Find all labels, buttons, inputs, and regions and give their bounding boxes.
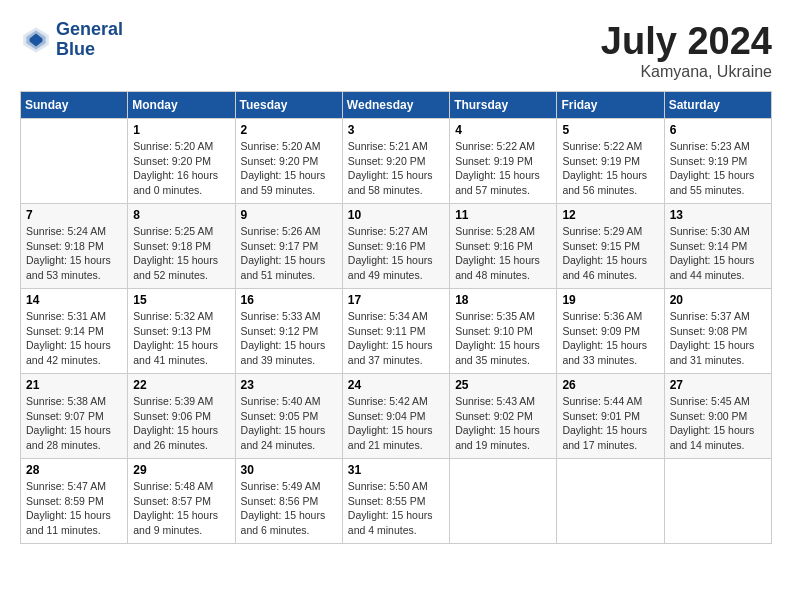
day-number: 29 [133,463,229,477]
day-number: 15 [133,293,229,307]
day-info: Sunrise: 5:38 AMSunset: 9:07 PMDaylight:… [26,394,122,453]
calendar-cell: 18Sunrise: 5:35 AMSunset: 9:10 PMDayligh… [450,289,557,374]
main-title: July 2024 [601,20,772,63]
day-info: Sunrise: 5:30 AMSunset: 9:14 PMDaylight:… [670,224,766,283]
calendar-cell: 22Sunrise: 5:39 AMSunset: 9:06 PMDayligh… [128,374,235,459]
calendar-cell [21,119,128,204]
day-number: 26 [562,378,658,392]
calendar-cell: 17Sunrise: 5:34 AMSunset: 9:11 PMDayligh… [342,289,449,374]
calendar-cell: 31Sunrise: 5:50 AMSunset: 8:55 PMDayligh… [342,459,449,544]
day-info: Sunrise: 5:43 AMSunset: 9:02 PMDaylight:… [455,394,551,453]
day-info: Sunrise: 5:28 AMSunset: 9:16 PMDaylight:… [455,224,551,283]
day-info: Sunrise: 5:48 AMSunset: 8:57 PMDaylight:… [133,479,229,538]
day-number: 16 [241,293,337,307]
calendar-cell [450,459,557,544]
calendar-cell: 28Sunrise: 5:47 AMSunset: 8:59 PMDayligh… [21,459,128,544]
calendar-cell: 7Sunrise: 5:24 AMSunset: 9:18 PMDaylight… [21,204,128,289]
calendar-cell: 14Sunrise: 5:31 AMSunset: 9:14 PMDayligh… [21,289,128,374]
day-number: 6 [670,123,766,137]
day-info: Sunrise: 5:45 AMSunset: 9:00 PMDaylight:… [670,394,766,453]
day-number: 12 [562,208,658,222]
subtitle: Kamyana, Ukraine [601,63,772,81]
calendar-week-row: 1Sunrise: 5:20 AMSunset: 9:20 PMDaylight… [21,119,772,204]
logo-text: General Blue [56,20,123,60]
day-number: 1 [133,123,229,137]
day-info: Sunrise: 5:26 AMSunset: 9:17 PMDaylight:… [241,224,337,283]
weekday-header: Saturday [664,92,771,119]
calendar-cell: 20Sunrise: 5:37 AMSunset: 9:08 PMDayligh… [664,289,771,374]
logo: General Blue [20,20,123,60]
day-number: 8 [133,208,229,222]
day-number: 2 [241,123,337,137]
day-number: 30 [241,463,337,477]
calendar-cell: 23Sunrise: 5:40 AMSunset: 9:05 PMDayligh… [235,374,342,459]
calendar-week-row: 14Sunrise: 5:31 AMSunset: 9:14 PMDayligh… [21,289,772,374]
weekday-header: Thursday [450,92,557,119]
day-info: Sunrise: 5:34 AMSunset: 9:11 PMDaylight:… [348,309,444,368]
calendar-table: SundayMondayTuesdayWednesdayThursdayFrid… [20,91,772,544]
day-number: 10 [348,208,444,222]
day-number: 17 [348,293,444,307]
calendar-cell: 11Sunrise: 5:28 AMSunset: 9:16 PMDayligh… [450,204,557,289]
day-info: Sunrise: 5:29 AMSunset: 9:15 PMDaylight:… [562,224,658,283]
day-info: Sunrise: 5:37 AMSunset: 9:08 PMDaylight:… [670,309,766,368]
day-info: Sunrise: 5:49 AMSunset: 8:56 PMDaylight:… [241,479,337,538]
day-info: Sunrise: 5:21 AMSunset: 9:20 PMDaylight:… [348,139,444,198]
day-info: Sunrise: 5:44 AMSunset: 9:01 PMDaylight:… [562,394,658,453]
weekday-header: Tuesday [235,92,342,119]
day-info: Sunrise: 5:20 AMSunset: 9:20 PMDaylight:… [241,139,337,198]
day-number: 20 [670,293,766,307]
day-number: 23 [241,378,337,392]
day-number: 11 [455,208,551,222]
day-number: 13 [670,208,766,222]
day-info: Sunrise: 5:36 AMSunset: 9:09 PMDaylight:… [562,309,658,368]
day-number: 27 [670,378,766,392]
day-number: 31 [348,463,444,477]
calendar-week-row: 7Sunrise: 5:24 AMSunset: 9:18 PMDaylight… [21,204,772,289]
day-info: Sunrise: 5:23 AMSunset: 9:19 PMDaylight:… [670,139,766,198]
calendar-cell: 30Sunrise: 5:49 AMSunset: 8:56 PMDayligh… [235,459,342,544]
day-info: Sunrise: 5:35 AMSunset: 9:10 PMDaylight:… [455,309,551,368]
page-header: General Blue July 2024 Kamyana, Ukraine [20,20,772,81]
day-info: Sunrise: 5:39 AMSunset: 9:06 PMDaylight:… [133,394,229,453]
day-number: 18 [455,293,551,307]
day-info: Sunrise: 5:27 AMSunset: 9:16 PMDaylight:… [348,224,444,283]
calendar-cell: 6Sunrise: 5:23 AMSunset: 9:19 PMDaylight… [664,119,771,204]
calendar-cell: 19Sunrise: 5:36 AMSunset: 9:09 PMDayligh… [557,289,664,374]
day-info: Sunrise: 5:22 AMSunset: 9:19 PMDaylight:… [562,139,658,198]
day-info: Sunrise: 5:42 AMSunset: 9:04 PMDaylight:… [348,394,444,453]
calendar-cell: 25Sunrise: 5:43 AMSunset: 9:02 PMDayligh… [450,374,557,459]
calendar-week-row: 28Sunrise: 5:47 AMSunset: 8:59 PMDayligh… [21,459,772,544]
day-number: 3 [348,123,444,137]
day-number: 9 [241,208,337,222]
calendar-cell: 10Sunrise: 5:27 AMSunset: 9:16 PMDayligh… [342,204,449,289]
weekday-header: Sunday [21,92,128,119]
calendar-cell: 12Sunrise: 5:29 AMSunset: 9:15 PMDayligh… [557,204,664,289]
calendar-cell [557,459,664,544]
day-info: Sunrise: 5:31 AMSunset: 9:14 PMDaylight:… [26,309,122,368]
day-number: 28 [26,463,122,477]
calendar-cell: 24Sunrise: 5:42 AMSunset: 9:04 PMDayligh… [342,374,449,459]
day-number: 14 [26,293,122,307]
weekday-header: Monday [128,92,235,119]
day-info: Sunrise: 5:50 AMSunset: 8:55 PMDaylight:… [348,479,444,538]
calendar-cell: 27Sunrise: 5:45 AMSunset: 9:00 PMDayligh… [664,374,771,459]
title-block: July 2024 Kamyana, Ukraine [601,20,772,81]
day-info: Sunrise: 5:25 AMSunset: 9:18 PMDaylight:… [133,224,229,283]
calendar-cell: 13Sunrise: 5:30 AMSunset: 9:14 PMDayligh… [664,204,771,289]
day-info: Sunrise: 5:32 AMSunset: 9:13 PMDaylight:… [133,309,229,368]
calendar-cell: 16Sunrise: 5:33 AMSunset: 9:12 PMDayligh… [235,289,342,374]
calendar-cell: 3Sunrise: 5:21 AMSunset: 9:20 PMDaylight… [342,119,449,204]
day-info: Sunrise: 5:20 AMSunset: 9:20 PMDaylight:… [133,139,229,198]
day-number: 24 [348,378,444,392]
calendar-cell: 21Sunrise: 5:38 AMSunset: 9:07 PMDayligh… [21,374,128,459]
day-info: Sunrise: 5:33 AMSunset: 9:12 PMDaylight:… [241,309,337,368]
day-info: Sunrise: 5:22 AMSunset: 9:19 PMDaylight:… [455,139,551,198]
day-number: 25 [455,378,551,392]
calendar-cell: 1Sunrise: 5:20 AMSunset: 9:20 PMDaylight… [128,119,235,204]
day-number: 19 [562,293,658,307]
calendar-cell [664,459,771,544]
calendar-cell: 2Sunrise: 5:20 AMSunset: 9:20 PMDaylight… [235,119,342,204]
calendar-cell: 5Sunrise: 5:22 AMSunset: 9:19 PMDaylight… [557,119,664,204]
calendar-cell: 15Sunrise: 5:32 AMSunset: 9:13 PMDayligh… [128,289,235,374]
